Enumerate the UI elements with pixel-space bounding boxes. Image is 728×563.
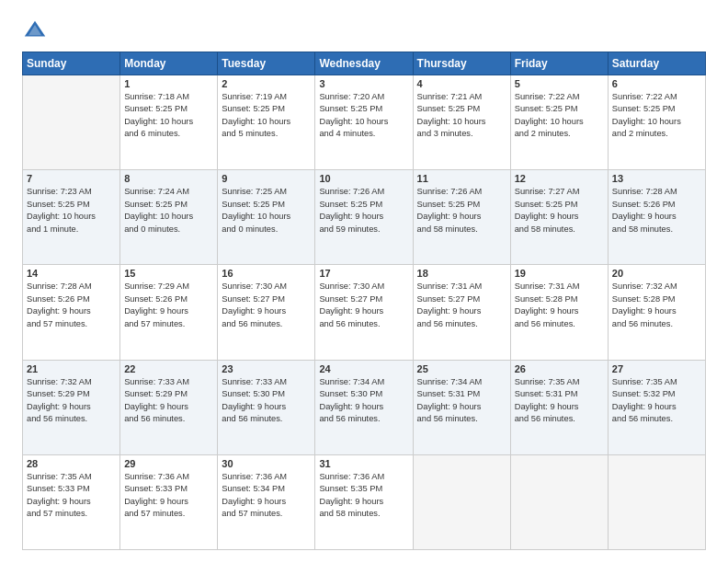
day-info: Sunrise: 7:30 AMSunset: 5:27 PMDaylight:… [319,281,408,330]
calendar-week-2: 7Sunrise: 7:23 AMSunset: 5:25 PMDaylight… [23,170,706,265]
day-info: Sunrise: 7:34 AMSunset: 5:30 PMDaylight:… [319,376,408,426]
page: SundayMondayTuesdayWednesdayThursdayFrid… [0,0,728,563]
day-number: 7 [27,173,116,184]
calendar-cell: 19Sunrise: 7:31 AMSunset: 5:28 PMDayligh… [510,265,608,360]
day-info: Sunrise: 7:35 AMSunset: 5:31 PMDaylight:… [515,376,604,426]
day-info: Sunrise: 7:31 AMSunset: 5:28 PMDaylight:… [515,281,604,330]
day-number: 26 [515,363,604,374]
day-info: Sunrise: 7:26 AMSunset: 5:25 PMDaylight:… [319,186,408,236]
calendar-cell: 18Sunrise: 7:31 AMSunset: 5:27 PMDayligh… [413,265,510,360]
calendar-cell: 26Sunrise: 7:35 AMSunset: 5:31 PMDayligh… [510,360,608,454]
day-info: Sunrise: 7:36 AMSunset: 5:35 PMDaylight:… [319,471,408,521]
calendar-cell [23,75,120,170]
header [22,18,706,44]
calendar-week-5: 28Sunrise: 7:35 AMSunset: 5:33 PMDayligh… [23,454,706,549]
day-number: 3 [319,78,408,89]
calendar-week-1: 1Sunrise: 7:18 AMSunset: 5:25 PMDaylight… [23,75,706,170]
calendar-header-monday: Monday [120,52,218,75]
calendar-cell: 4Sunrise: 7:21 AMSunset: 5:25 PMDaylight… [413,75,510,170]
day-info: Sunrise: 7:28 AMSunset: 5:26 PMDaylight:… [612,186,701,236]
calendar-cell: 2Sunrise: 7:19 AMSunset: 5:25 PMDaylight… [218,75,315,170]
day-number: 5 [515,78,604,89]
day-number: 20 [612,268,701,279]
day-number: 12 [515,173,604,184]
day-info: Sunrise: 7:29 AMSunset: 5:26 PMDaylight:… [124,281,213,330]
calendar-week-4: 21Sunrise: 7:32 AMSunset: 5:29 PMDayligh… [23,360,706,454]
day-info: Sunrise: 7:35 AMSunset: 5:33 PMDaylight:… [27,471,116,521]
day-number: 27 [612,363,701,374]
calendar-cell [413,454,510,549]
day-info: Sunrise: 7:22 AMSunset: 5:25 PMDaylight:… [612,91,701,141]
day-number: 15 [124,268,213,279]
calendar-header-friday: Friday [510,52,608,75]
day-number: 14 [27,268,116,279]
day-info: Sunrise: 7:31 AMSunset: 5:27 PMDaylight:… [417,281,506,330]
calendar-cell: 27Sunrise: 7:35 AMSunset: 5:32 PMDayligh… [608,360,705,454]
day-number: 30 [222,458,311,469]
calendar: SundayMondayTuesdayWednesdayThursdayFrid… [22,52,706,550]
calendar-cell: 11Sunrise: 7:26 AMSunset: 5:25 PMDayligh… [413,170,510,265]
day-number: 28 [27,458,116,469]
calendar-cell: 24Sunrise: 7:34 AMSunset: 5:30 PMDayligh… [315,360,413,454]
calendar-cell: 28Sunrise: 7:35 AMSunset: 5:33 PMDayligh… [23,454,120,549]
day-number: 16 [222,268,311,279]
day-info: Sunrise: 7:32 AMSunset: 5:28 PMDaylight:… [612,281,701,330]
day-info: Sunrise: 7:32 AMSunset: 5:29 PMDaylight:… [27,376,116,426]
calendar-cell: 8Sunrise: 7:24 AMSunset: 5:25 PMDaylight… [120,170,218,265]
calendar-cell: 5Sunrise: 7:22 AMSunset: 5:25 PMDaylight… [510,75,608,170]
day-info: Sunrise: 7:24 AMSunset: 5:25 PMDaylight:… [124,186,213,236]
day-info: Sunrise: 7:36 AMSunset: 5:34 PMDaylight:… [222,471,311,521]
day-info: Sunrise: 7:34 AMSunset: 5:31 PMDaylight:… [417,376,506,426]
calendar-cell: 20Sunrise: 7:32 AMSunset: 5:28 PMDayligh… [608,265,705,360]
day-number: 10 [319,173,408,184]
calendar-cell: 12Sunrise: 7:27 AMSunset: 5:25 PMDayligh… [510,170,608,265]
calendar-cell: 25Sunrise: 7:34 AMSunset: 5:31 PMDayligh… [413,360,510,454]
day-number: 8 [124,173,213,184]
day-info: Sunrise: 7:35 AMSunset: 5:32 PMDaylight:… [612,376,701,426]
day-number: 2 [222,78,311,89]
day-number: 18 [417,268,506,279]
calendar-week-3: 14Sunrise: 7:28 AMSunset: 5:26 PMDayligh… [23,265,706,360]
calendar-header-wednesday: Wednesday [315,52,413,75]
calendar-cell: 22Sunrise: 7:33 AMSunset: 5:29 PMDayligh… [120,360,218,454]
calendar-cell: 29Sunrise: 7:36 AMSunset: 5:33 PMDayligh… [120,454,218,549]
calendar-cell: 9Sunrise: 7:25 AMSunset: 5:25 PMDaylight… [218,170,315,265]
calendar-cell: 17Sunrise: 7:30 AMSunset: 5:27 PMDayligh… [315,265,413,360]
day-number: 13 [612,173,701,184]
logo [22,18,50,44]
day-number: 4 [417,78,506,89]
day-info: Sunrise: 7:22 AMSunset: 5:25 PMDaylight:… [515,91,604,141]
day-number: 17 [319,268,408,279]
calendar-header-thursday: Thursday [413,52,510,75]
day-number: 24 [319,363,408,374]
day-info: Sunrise: 7:30 AMSunset: 5:27 PMDaylight:… [222,281,311,330]
calendar-header-sunday: Sunday [23,52,120,75]
day-number: 22 [124,363,213,374]
calendar-cell: 14Sunrise: 7:28 AMSunset: 5:26 PMDayligh… [23,265,120,360]
day-info: Sunrise: 7:21 AMSunset: 5:25 PMDaylight:… [417,91,506,141]
day-number: 9 [222,173,311,184]
calendar-cell: 10Sunrise: 7:26 AMSunset: 5:25 PMDayligh… [315,170,413,265]
day-info: Sunrise: 7:26 AMSunset: 5:25 PMDaylight:… [417,186,506,236]
day-info: Sunrise: 7:36 AMSunset: 5:33 PMDaylight:… [124,471,213,521]
day-number: 23 [222,363,311,374]
calendar-cell: 16Sunrise: 7:30 AMSunset: 5:27 PMDayligh… [218,265,315,360]
calendar-cell: 6Sunrise: 7:22 AMSunset: 5:25 PMDaylight… [608,75,705,170]
day-number: 21 [27,363,116,374]
day-info: Sunrise: 7:33 AMSunset: 5:29 PMDaylight:… [124,376,213,426]
day-info: Sunrise: 7:23 AMSunset: 5:25 PMDaylight:… [27,186,116,236]
day-number: 6 [612,78,701,89]
day-info: Sunrise: 7:28 AMSunset: 5:26 PMDaylight:… [27,281,116,330]
calendar-cell: 21Sunrise: 7:32 AMSunset: 5:29 PMDayligh… [23,360,120,454]
logo-icon [22,18,48,44]
day-info: Sunrise: 7:25 AMSunset: 5:25 PMDaylight:… [222,186,311,236]
day-info: Sunrise: 7:18 AMSunset: 5:25 PMDaylight:… [124,91,213,141]
day-info: Sunrise: 7:19 AMSunset: 5:25 PMDaylight:… [222,91,311,141]
day-number: 29 [124,458,213,469]
calendar-cell: 31Sunrise: 7:36 AMSunset: 5:35 PMDayligh… [315,454,413,549]
calendar-cell: 30Sunrise: 7:36 AMSunset: 5:34 PMDayligh… [218,454,315,549]
day-number: 31 [319,458,408,469]
calendar-cell [608,454,705,549]
calendar-cell: 15Sunrise: 7:29 AMSunset: 5:26 PMDayligh… [120,265,218,360]
calendar-header-row: SundayMondayTuesdayWednesdayThursdayFrid… [23,52,706,75]
